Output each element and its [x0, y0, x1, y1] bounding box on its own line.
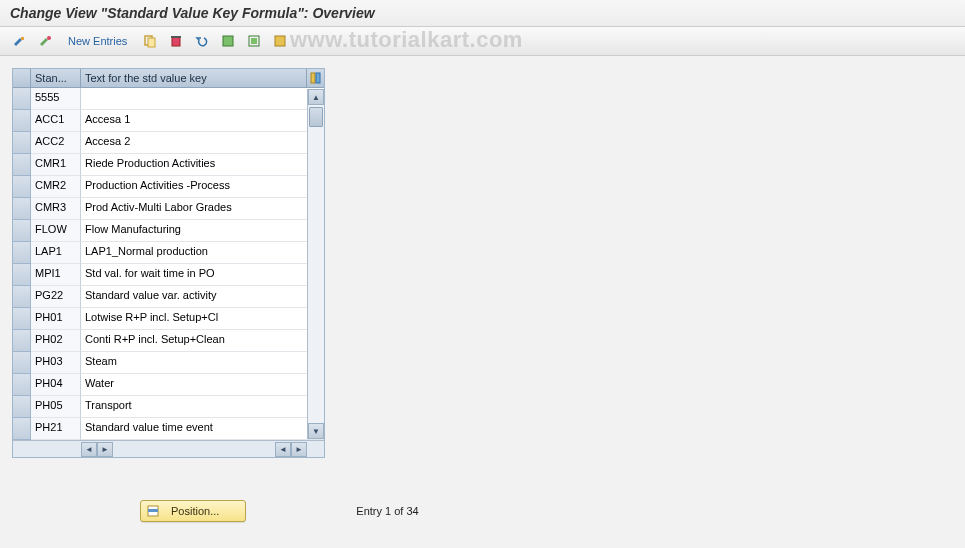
- key-cell[interactable]: PH05: [31, 396, 81, 418]
- new-entries-label: New Entries: [68, 35, 127, 47]
- scroll-down-button[interactable]: ▼: [308, 423, 324, 439]
- key-cell[interactable]: PH21: [31, 418, 81, 440]
- row-selector[interactable]: [13, 242, 31, 264]
- table-row: MPI1Std val. for wait time in PO: [13, 264, 324, 286]
- row-selector[interactable]: [13, 264, 31, 286]
- key-cell[interactable]: CMR1: [31, 154, 81, 176]
- row-selector[interactable]: [13, 286, 31, 308]
- row-selector[interactable]: [13, 132, 31, 154]
- text-cell[interactable]: Standard value var. activity: [81, 286, 324, 308]
- svg-rect-5: [171, 36, 181, 38]
- key-cell[interactable]: MPI1: [31, 264, 81, 286]
- text-cell[interactable]: Prod Activ-Multi Labor Grades: [81, 198, 324, 220]
- entry-count-text: Entry 1 of 34: [356, 505, 418, 517]
- svg-rect-13: [148, 509, 158, 512]
- hscroll-right2-button[interactable]: ►: [291, 442, 307, 457]
- table-container: Stan... Text for the std value key 5555A…: [12, 68, 325, 458]
- svg-rect-9: [275, 36, 285, 46]
- scroll-thumb[interactable]: [309, 107, 323, 127]
- display-change-toggle-icon[interactable]: [8, 31, 30, 51]
- column-header-text[interactable]: Text for the std value key: [81, 69, 306, 87]
- content-area: Stan... Text for the std value key 5555A…: [0, 56, 965, 470]
- position-icon: [147, 504, 161, 518]
- key-cell[interactable]: CMR3: [31, 198, 81, 220]
- svg-point-1: [47, 36, 51, 40]
- key-cell[interactable]: PH04: [31, 374, 81, 396]
- key-cell[interactable]: ACC1: [31, 110, 81, 132]
- scroll-up-button[interactable]: ▲: [308, 89, 324, 105]
- text-cell[interactable]: Accesa 1: [81, 110, 324, 132]
- table-row: CMR1Riede Production Activities: [13, 154, 324, 176]
- hscroll-left-button[interactable]: ◄: [81, 442, 97, 457]
- table-row: PH01Lotwise R+P incl. Setup+Cl: [13, 308, 324, 330]
- column-header-key[interactable]: Stan...: [31, 69, 81, 87]
- text-cell[interactable]: Transport: [81, 396, 324, 418]
- table-row: 5555: [13, 88, 324, 110]
- undo-change-icon[interactable]: [191, 31, 213, 51]
- key-cell[interactable]: LAP1: [31, 242, 81, 264]
- table-row: PH21Standard value time event: [13, 418, 324, 440]
- text-cell[interactable]: Production Activities -Process: [81, 176, 324, 198]
- delete-icon[interactable]: [165, 31, 187, 51]
- row-selector[interactable]: [13, 110, 31, 132]
- position-button[interactable]: Position...: [140, 500, 246, 522]
- text-cell[interactable]: [81, 88, 324, 110]
- horizontal-scrollbar[interactable]: ◄ ► ◄ ►: [13, 440, 324, 457]
- select-all-icon[interactable]: [217, 31, 239, 51]
- svg-rect-11: [316, 73, 320, 83]
- header-select-all[interactable]: [13, 69, 31, 87]
- row-selector[interactable]: [13, 88, 31, 110]
- text-cell[interactable]: Flow Manufacturing: [81, 220, 324, 242]
- text-cell[interactable]: Std val. for wait time in PO: [81, 264, 324, 286]
- table-row: PH02Conti R+P incl. Setup+Clean: [13, 330, 324, 352]
- svg-rect-6: [223, 36, 233, 46]
- key-cell[interactable]: PH02: [31, 330, 81, 352]
- row-selector[interactable]: [13, 418, 31, 440]
- key-cell[interactable]: ACC2: [31, 132, 81, 154]
- footer: Position... Entry 1 of 34: [140, 500, 419, 522]
- row-selector[interactable]: [13, 308, 31, 330]
- row-selector[interactable]: [13, 330, 31, 352]
- svg-rect-0: [21, 37, 24, 40]
- key-cell[interactable]: PH03: [31, 352, 81, 374]
- svg-rect-3: [148, 38, 155, 47]
- toolbar: New Entries www.tutorialkart.com: [0, 27, 965, 56]
- table-row: ACC2Accesa 2: [13, 132, 324, 154]
- row-selector[interactable]: [13, 374, 31, 396]
- key-cell[interactable]: CMR2: [31, 176, 81, 198]
- key-cell[interactable]: FLOW: [31, 220, 81, 242]
- table-row: CMR3Prod Activ-Multi Labor Grades: [13, 198, 324, 220]
- text-cell[interactable]: LAP1_Normal production: [81, 242, 324, 264]
- hscroll-left2-button[interactable]: ◄: [275, 442, 291, 457]
- text-cell[interactable]: Riede Production Activities: [81, 154, 324, 176]
- table-row: PH03Steam: [13, 352, 324, 374]
- vertical-scrollbar[interactable]: ▲ ▼: [307, 89, 324, 439]
- new-entries-button[interactable]: New Entries: [60, 31, 135, 51]
- row-selector[interactable]: [13, 154, 31, 176]
- text-cell[interactable]: Accesa 2: [81, 132, 324, 154]
- row-selector[interactable]: [13, 198, 31, 220]
- row-selector[interactable]: [13, 352, 31, 374]
- other-view-icon[interactable]: [34, 31, 56, 51]
- scroll-track[interactable]: [308, 105, 324, 423]
- hscroll-right-button[interactable]: ►: [97, 442, 113, 457]
- deselect-all-icon[interactable]: [269, 31, 291, 51]
- text-cell[interactable]: Water: [81, 374, 324, 396]
- table-row: CMR2Production Activities -Process: [13, 176, 324, 198]
- table-settings-icon[interactable]: [306, 69, 324, 87]
- position-label: Position...: [171, 505, 219, 517]
- page-title-text: Change View "Standard Value Key Formula"…: [10, 5, 375, 21]
- select-block-icon[interactable]: [243, 31, 265, 51]
- text-cell[interactable]: Steam: [81, 352, 324, 374]
- row-selector[interactable]: [13, 396, 31, 418]
- key-cell[interactable]: PG22: [31, 286, 81, 308]
- table-header: Stan... Text for the std value key: [13, 69, 324, 88]
- row-selector[interactable]: [13, 176, 31, 198]
- text-cell[interactable]: Standard value time event: [81, 418, 324, 440]
- key-cell[interactable]: PH01: [31, 308, 81, 330]
- key-cell[interactable]: 5555: [31, 88, 81, 110]
- row-selector[interactable]: [13, 220, 31, 242]
- copy-as-icon[interactable]: [139, 31, 161, 51]
- text-cell[interactable]: Conti R+P incl. Setup+Clean: [81, 330, 324, 352]
- text-cell[interactable]: Lotwise R+P incl. Setup+Cl: [81, 308, 324, 330]
